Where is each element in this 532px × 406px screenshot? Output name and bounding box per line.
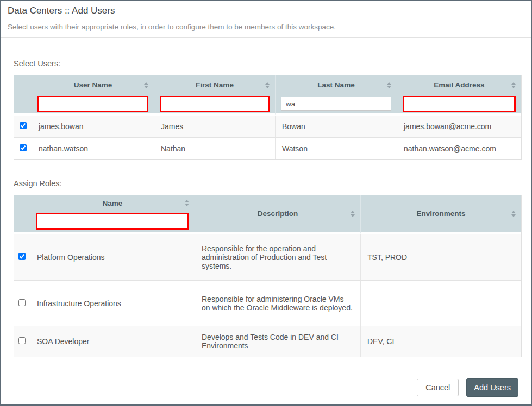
role-table-row: SOA Developer Develops and Tests Code in… — [14, 326, 521, 357]
last-name-filter-input[interactable] — [281, 97, 391, 111]
users-col-header-first-name[interactable]: First Name — [154, 75, 275, 94]
user-table-row: james.bowan James Bowan james.bowan@acme… — [14, 116, 521, 137]
users-checkbox-column-header — [14, 75, 32, 116]
role-name-cell: SOA Developer — [30, 326, 195, 357]
role-table-row: Infrastructure Operations Responsible fo… — [14, 280, 521, 326]
user-name-cell: nathan.watson — [32, 137, 154, 159]
last-name-cell: Bowan — [275, 116, 397, 137]
select-users-label: Select Users: — [14, 59, 518, 68]
add-users-button[interactable]: Add Users — [466, 378, 518, 397]
email-filter-cell — [397, 94, 521, 116]
user-name-filter-input[interactable] — [37, 96, 148, 112]
add-users-dialog: Data Centers :: Add Users Select users w… — [0, 0, 532, 406]
email-cell: james.bowan@acme.com — [397, 116, 521, 137]
users-col-header-user-name-label: User Name — [74, 81, 112, 89]
first-name-filter-input[interactable] — [160, 96, 270, 112]
user-name-filter-cell — [32, 94, 154, 116]
role-name-cell: Infrastructure Operations — [30, 280, 195, 326]
role-environments-cell: DEV, CI — [360, 326, 521, 357]
role-description-cell: Responsible for administering Oracle VMs… — [195, 280, 360, 326]
role-row-checkbox[interactable] — [18, 299, 26, 306]
email-cell: nathan.watson@acme.com — [397, 137, 521, 159]
roles-col-header-name[interactable]: Name — [30, 195, 195, 211]
roles-col-header-environments[interactable]: Environments — [360, 195, 521, 234]
user-row-checkbox-cell — [14, 137, 32, 159]
users-col-header-email-label: Email Address — [434, 81, 484, 89]
role-row-checkbox-cell — [14, 234, 30, 280]
page-title: Data Centers :: Add Users — [8, 5, 524, 16]
role-description-cell: Responsible for the operation and admini… — [195, 234, 360, 280]
roles-col-header-description-label: Description — [258, 210, 298, 218]
roles-table: Name Description Environments — [14, 195, 522, 357]
role-environments-cell: TST, PROD — [360, 234, 521, 280]
users-table: User Name First Name Last Name Email Add… — [14, 75, 522, 160]
role-row-checkbox-cell — [14, 280, 30, 326]
role-table-row: Platform Operations Responsible for the … — [14, 234, 521, 280]
sort-icon[interactable] — [511, 211, 516, 217]
role-row-checkbox[interactable] — [18, 253, 26, 260]
assign-roles-label: Assign Roles: — [14, 179, 518, 188]
roles-col-header-name-label: Name — [103, 199, 123, 207]
users-col-header-last-name-label: Last Name — [317, 81, 354, 89]
user-row-checkbox[interactable] — [20, 122, 27, 129]
role-name-filter-input[interactable] — [36, 213, 189, 230]
first-name-cell: Nathan — [154, 137, 275, 159]
sort-icon[interactable] — [185, 200, 189, 206]
roles-checkbox-column-header — [14, 195, 30, 234]
first-name-cell: James — [154, 116, 275, 137]
user-table-row: nathan.watson Nathan Watson nathan.watso… — [14, 137, 521, 159]
user-row-checkbox-cell — [14, 116, 32, 137]
roles-col-header-description[interactable]: Description — [195, 195, 360, 234]
last-name-filter-cell — [275, 94, 397, 116]
user-name-cell: james.bowan — [32, 116, 154, 137]
cancel-button[interactable]: Cancel — [417, 379, 459, 396]
sort-icon[interactable] — [265, 82, 270, 88]
role-name-filter-cell — [30, 211, 195, 234]
users-col-header-user-name[interactable]: User Name — [32, 75, 154, 94]
role-description-cell: Develops and Tests Code in DEV and CI En… — [195, 326, 360, 357]
role-name-cell: Platform Operations — [30, 234, 195, 280]
roles-col-header-environments-label: Environments — [416, 210, 465, 218]
sort-icon[interactable] — [511, 82, 516, 88]
role-row-checkbox-cell — [14, 326, 30, 357]
users-col-header-last-name[interactable]: Last Name — [275, 75, 397, 94]
sort-icon[interactable] — [144, 82, 148, 88]
dialog-subtitle: Select users with their appropriate role… — [8, 23, 524, 31]
sort-icon[interactable] — [387, 82, 391, 88]
users-col-header-email[interactable]: Email Address — [397, 75, 521, 94]
dialog-header: Data Centers :: Add Users Select users w… — [1, 1, 531, 38]
role-environments-cell — [360, 280, 521, 326]
dialog-footer: Cancel Add Users — [1, 371, 531, 404]
last-name-cell: Watson — [275, 137, 397, 159]
users-col-header-first-name-label: First Name — [196, 81, 234, 89]
user-row-checkbox[interactable] — [20, 144, 27, 151]
dialog-body: Select Users: User Name First Name — [1, 38, 531, 371]
first-name-filter-cell — [154, 94, 275, 116]
email-filter-input[interactable] — [403, 96, 516, 112]
sort-icon[interactable] — [351, 211, 355, 217]
role-row-checkbox[interactable] — [18, 337, 26, 344]
